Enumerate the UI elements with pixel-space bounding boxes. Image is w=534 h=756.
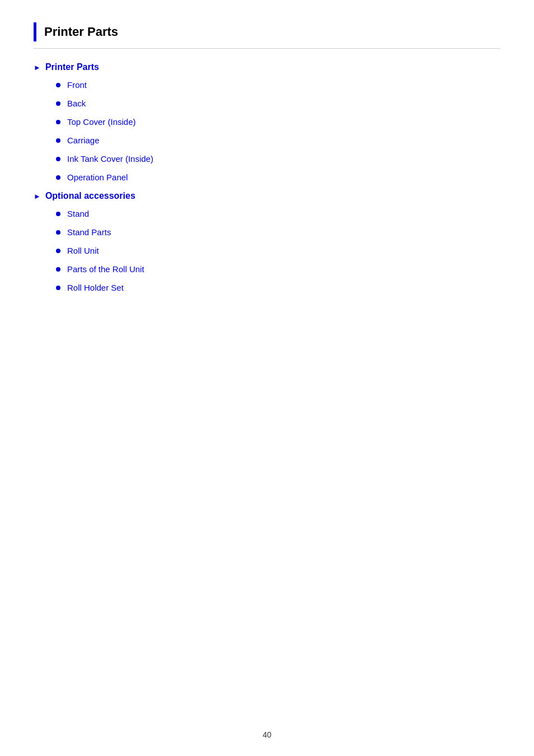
link-roll-holder-set[interactable]: Roll Holder Set <box>67 283 124 292</box>
list-item[interactable]: Back <box>56 99 500 108</box>
link-back[interactable]: Back <box>67 99 86 108</box>
bullet-icon <box>56 175 60 180</box>
link-top-cover-inside[interactable]: Top Cover (Inside) <box>67 117 136 127</box>
link-carriage[interactable]: Carriage <box>67 136 100 145</box>
arrow-icon-optional-accessories: ► <box>34 192 41 200</box>
section-items-printer-parts: Front Back Top Cover (Inside) Carriage I… <box>56 80 500 182</box>
link-operation-panel[interactable]: Operation Panel <box>67 172 128 182</box>
section-printer-parts: ► Printer Parts Front Back Top Cover (In… <box>34 62 500 182</box>
bullet-icon <box>56 157 60 161</box>
link-front[interactable]: Front <box>67 80 87 90</box>
bullet-icon <box>56 249 60 253</box>
section-title-optional-accessories[interactable]: Optional accessories <box>45 191 135 201</box>
page-number: 40 <box>263 730 271 739</box>
list-item[interactable]: Stand <box>56 209 500 218</box>
section-header-printer-parts[interactable]: ► Printer Parts <box>34 62 500 72</box>
bullet-icon <box>56 267 60 272</box>
section-title-printer-parts[interactable]: Printer Parts <box>45 62 99 72</box>
bullet-icon <box>56 101 60 106</box>
arrow-icon-printer-parts: ► <box>34 63 41 72</box>
link-parts-of-the-roll-unit[interactable]: Parts of the Roll Unit <box>67 264 144 274</box>
link-ink-tank-cover-inside[interactable]: Ink Tank Cover (Inside) <box>67 154 153 164</box>
list-item[interactable]: Stand Parts <box>56 227 500 237</box>
bullet-icon <box>56 212 60 216</box>
section-optional-accessories: ► Optional accessories Stand Stand Parts… <box>34 191 500 292</box>
list-item[interactable]: Carriage <box>56 136 500 145</box>
link-roll-unit[interactable]: Roll Unit <box>67 246 99 255</box>
toc-content: ► Printer Parts Front Back Top Cover (In… <box>34 62 500 292</box>
page-title-section: Printer Parts <box>34 22 500 49</box>
list-item[interactable]: Parts of the Roll Unit <box>56 264 500 274</box>
link-stand[interactable]: Stand <box>67 209 89 218</box>
list-item[interactable]: Roll Unit <box>56 246 500 255</box>
bullet-icon <box>56 286 60 290</box>
bullet-icon <box>56 230 60 235</box>
list-item[interactable]: Top Cover (Inside) <box>56 117 500 127</box>
bullet-icon <box>56 83 60 87</box>
bullet-icon <box>56 120 60 124</box>
list-item[interactable]: Operation Panel <box>56 172 500 182</box>
bullet-icon <box>56 138 60 143</box>
section-header-optional-accessories[interactable]: ► Optional accessories <box>34 191 500 201</box>
title-bar <box>34 22 36 41</box>
section-items-optional-accessories: Stand Stand Parts Roll Unit Parts of the… <box>56 209 500 292</box>
list-item[interactable]: Ink Tank Cover (Inside) <box>56 154 500 164</box>
list-item[interactable]: Roll Holder Set <box>56 283 500 292</box>
list-item[interactable]: Front <box>56 80 500 90</box>
page-title: Printer Parts <box>44 22 118 41</box>
link-stand-parts[interactable]: Stand Parts <box>67 227 111 237</box>
